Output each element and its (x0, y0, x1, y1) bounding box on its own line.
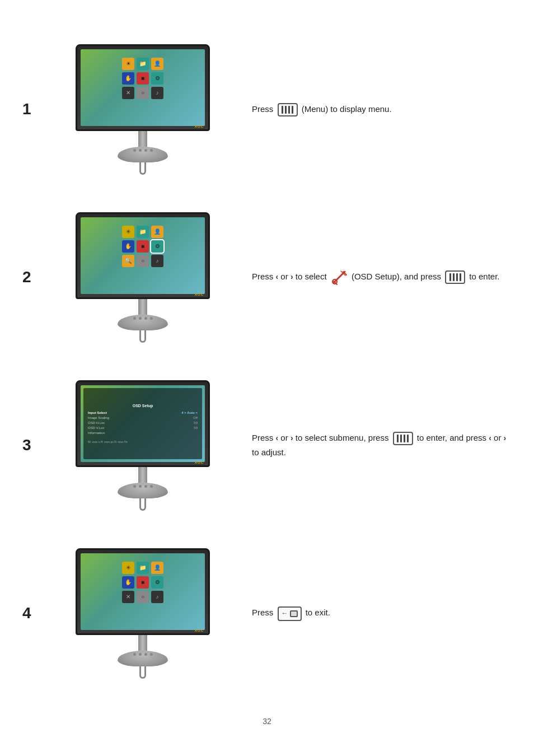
step-1-text: Press (Menu) to display menu. (252, 102, 512, 116)
chevron-right-1: › (291, 272, 293, 281)
step-3-instruction: Press ‹ or › to select submenu, press to… (235, 431, 512, 460)
step-3-text: Press ‹ or › to select submenu, press to… (252, 431, 512, 460)
step-2-instruction: Press ‹ or › to select (OSD Setup), and … (235, 269, 512, 286)
step-1-number: 1 (22, 100, 50, 118)
step-4-number: 4 (22, 604, 50, 622)
step-3-row: 3 OSD Setup Input Select4 > Auto < Image… (22, 370, 512, 521)
step-1-instruction: Press (Menu) to display menu. (235, 102, 512, 116)
menu-button-icon-3 (393, 432, 413, 445)
chevron-right-3: › (504, 433, 507, 442)
chevron-left-3: ‹ (489, 433, 491, 442)
step-4-row: 4 ✳ 📁 👤 ✋ ■ ⚙ ✕ ○ ♪ (22, 538, 512, 689)
page: 1 ☀ 📁 👤 ✋ ■ ⚙ ✕ ○ (0, 0, 534, 756)
step-4-instruction: Press ← to exit. (235, 605, 512, 620)
step-2-monitor: ✳ 📁 👤 ✋ ■ ⚙ 🔍 ○ ♪ AOC (50, 212, 235, 343)
chevron-left-1: ‹ (276, 272, 279, 281)
step-2-number: 2 (22, 268, 50, 286)
step-2-row: 2 ✳ 📁 👤 ✋ ■ ⚙ 🔍 ○ ♪ (22, 202, 512, 353)
step-3-number: 3 (22, 436, 50, 454)
menu-button-icon-1 (278, 103, 298, 116)
step-1-monitor: ☀ 📁 👤 ✋ ■ ⚙ ✕ ○ ♪ AOC (50, 44, 235, 175)
osd-setup-icon (331, 269, 348, 286)
page-number: 32 (22, 717, 512, 726)
exit-arrow-left: ← (282, 608, 288, 619)
menu-button-icon-2 (445, 270, 465, 284)
step-1-row: 1 ☀ 📁 👤 ✋ ■ ⚙ ✕ ○ (22, 34, 512, 185)
exit-button-icon: ← (278, 606, 302, 621)
exit-box (290, 610, 298, 617)
step-2-text: Press ‹ or › to select (OSD Setup), and … (252, 269, 512, 286)
step-3-monitor: OSD Setup Input Select4 > Auto < Image S… (50, 380, 235, 511)
step-4-text: Press ← to exit. (252, 605, 512, 620)
chevron-left-2: ‹ (276, 433, 279, 442)
chevron-right-2: › (291, 433, 293, 442)
step-4-monitor: ✳ 📁 👤 ✋ ■ ⚙ ✕ ○ ♪ AOC (50, 548, 235, 679)
